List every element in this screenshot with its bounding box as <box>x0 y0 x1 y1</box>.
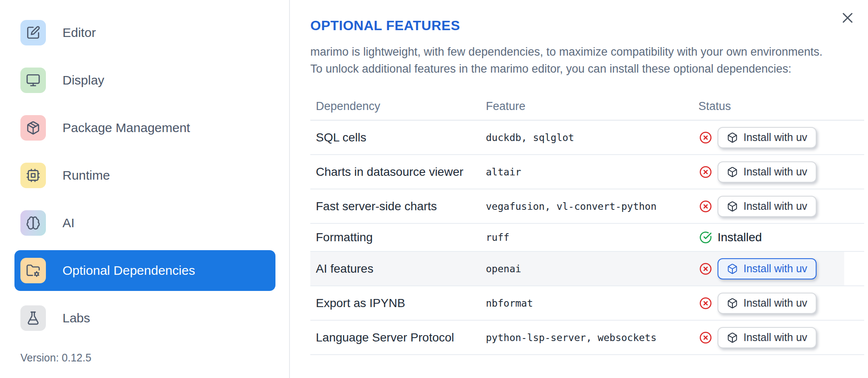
dependencies-table: Dependency Feature Status SQL cells duck… <box>310 93 864 355</box>
table-row: Formatting ruff Installed <box>310 224 864 252</box>
package-icon <box>727 298 738 309</box>
install-with-uv-button[interactable]: Install with uv <box>718 293 817 314</box>
status-cell: Install with uv <box>693 293 864 314</box>
not-installed-icon <box>699 166 712 178</box>
package-icon <box>26 121 40 135</box>
panel-description: marimo is lightweight, with few dependen… <box>310 43 868 77</box>
install-with-uv-button-focused[interactable]: Install with uv <box>718 258 817 279</box>
runtime-tile <box>20 163 46 188</box>
sidebar-item-package-management[interactable]: Package Management <box>14 107 275 148</box>
install-button-label: Install with uv <box>743 262 807 275</box>
table-header: Dependency Feature Status <box>310 93 864 121</box>
version-label: Version: 0.12.5 <box>20 352 91 364</box>
sidebar-item-label: AI <box>62 216 74 230</box>
dependency-name: Fast server-side charts <box>310 200 480 213</box>
not-installed-icon <box>699 331 712 344</box>
status-cell: Install with uv <box>693 258 864 279</box>
optional-features-panel: OPTIONAL FEATURES marimo is lightweight,… <box>290 0 868 378</box>
status-cell: Installed <box>693 231 864 244</box>
sidebar-item-label: Optional Dependencies <box>62 263 195 278</box>
description-line-1: marimo is lightweight, with few dependen… <box>310 45 823 58</box>
feature-packages: nbformat <box>480 298 693 309</box>
not-installed-icon <box>699 200 712 213</box>
installed-check-icon <box>699 231 712 244</box>
page-title: OPTIONAL FEATURES <box>310 18 868 33</box>
package-icon <box>727 332 738 343</box>
description-line-2: To unlock additional features in the mar… <box>310 62 791 75</box>
sidebar-item-label: Display <box>62 73 104 87</box>
cpu-icon <box>26 168 40 183</box>
not-installed-icon <box>699 262 712 275</box>
monitor-icon <box>26 73 40 87</box>
dependency-name: SQL cells <box>310 131 480 144</box>
sidebar-item-label: Package Management <box>62 121 190 135</box>
not-installed-icon <box>699 131 712 144</box>
install-button-label: Install with uv <box>743 200 807 212</box>
dependency-name: Language Server Protocol <box>310 331 480 344</box>
close-icon <box>841 11 854 24</box>
feature-packages: duckdb, sqlglot <box>480 132 693 143</box>
installed-status-label: Installed <box>718 231 762 244</box>
status-cell: Install with uv <box>693 161 864 183</box>
labs-tile <box>20 305 46 331</box>
package-icon <box>727 132 738 143</box>
table-row: Export as IPYNB nbformat Install with uv <box>310 286 864 321</box>
edit-icon <box>26 25 40 40</box>
install-with-uv-button[interactable]: Install with uv <box>718 327 817 348</box>
table-row: Charts in datasource viewer altair Insta… <box>310 155 864 189</box>
sidebar-item-ai[interactable]: AI <box>14 203 275 243</box>
editor-tile <box>20 20 46 45</box>
sidebar-item-labs[interactable]: Labs <box>14 298 275 339</box>
package-tile <box>20 115 46 141</box>
feature-packages: altair <box>480 166 693 178</box>
table-row: AI features openai Install with uv <box>310 252 864 286</box>
brain-icon <box>26 216 40 230</box>
status-cell: Install with uv <box>693 127 864 148</box>
dependency-name: Formatting <box>310 231 480 244</box>
feature-packages: vegafusion, vl-convert-python <box>480 201 693 212</box>
install-button-label: Install with uv <box>743 166 807 178</box>
install-with-uv-button[interactable]: Install with uv <box>718 196 817 217</box>
package-icon <box>727 201 738 212</box>
column-header-status: Status <box>693 100 864 113</box>
column-header-feature: Feature <box>480 100 693 113</box>
table-row: Fast server-side charts vegafusion, vl-c… <box>310 189 864 224</box>
optional-dependencies-tile <box>20 258 46 283</box>
install-button-label: Install with uv <box>743 331 807 344</box>
column-header-dependency: Dependency <box>310 100 480 113</box>
dependency-name: AI features <box>310 262 480 276</box>
sidebar-item-optional-dependencies[interactable]: Optional Dependencies <box>14 250 275 291</box>
install-with-uv-button[interactable]: Install with uv <box>718 127 817 148</box>
sidebar-item-label: Labs <box>62 311 90 325</box>
not-installed-icon <box>699 297 712 310</box>
ai-tile <box>20 210 46 236</box>
install-button-label: Install with uv <box>743 297 807 309</box>
feature-packages: python-lsp-server, websockets <box>480 332 693 343</box>
sidebar-item-runtime[interactable]: Runtime <box>14 155 275 196</box>
folder-cog-icon <box>26 263 40 278</box>
dependency-name: Export as IPYNB <box>310 296 480 310</box>
package-icon <box>727 166 738 178</box>
flask-icon <box>26 311 40 325</box>
settings-dialog: Editor Display Package Management <box>0 0 868 378</box>
table-row: Language Server Protocol python-lsp-serv… <box>310 321 864 355</box>
sidebar-item-display[interactable]: Display <box>14 60 275 101</box>
table-row: SQL cells duckdb, sqlglot Install with u… <box>310 121 864 155</box>
feature-packages: ruff <box>480 232 693 243</box>
status-cell: Install with uv <box>693 327 864 348</box>
sidebar-item-editor[interactable]: Editor <box>14 12 275 53</box>
dependency-name: Charts in datasource viewer <box>310 165 480 179</box>
package-icon <box>727 263 738 274</box>
install-button-label: Install with uv <box>743 131 807 144</box>
status-cell: Install with uv <box>693 196 864 217</box>
close-button[interactable] <box>838 8 857 27</box>
feature-packages: openai <box>480 263 693 274</box>
sidebar-item-label: Editor <box>62 25 96 40</box>
sidebar-item-label: Runtime <box>62 168 110 183</box>
settings-sidebar: Editor Display Package Management <box>0 0 290 378</box>
install-with-uv-button[interactable]: Install with uv <box>718 161 817 183</box>
display-tile <box>20 68 46 93</box>
